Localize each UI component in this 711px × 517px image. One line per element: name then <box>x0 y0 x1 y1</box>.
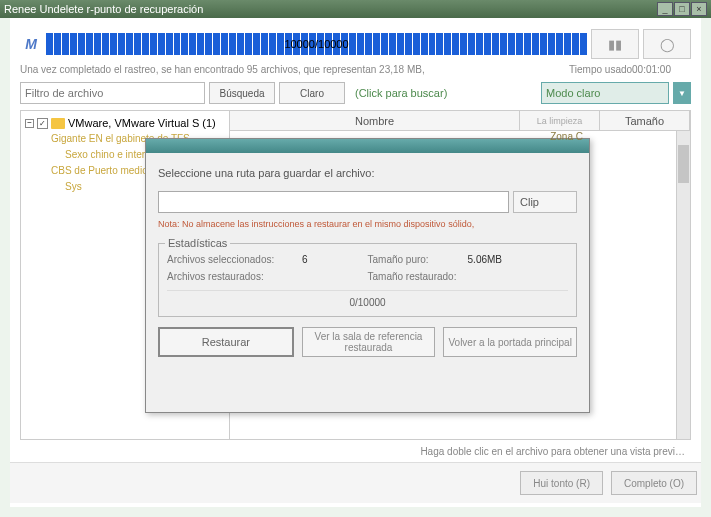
app-logo: M <box>20 31 42 57</box>
selected-label: Archivos seleccionados: <box>167 254 274 265</box>
scan-progressbar: 10000/10000 <box>46 33 587 55</box>
back-button[interactable]: Volver a la portada principal <box>443 327 577 357</box>
checkbox[interactable]: ✓ <box>37 118 48 129</box>
restore-progress: 0/10000 <box>167 290 568 308</box>
selected-value: 6 <box>302 254 308 265</box>
restored-label: Archivos restaurados: <box>167 271 368 282</box>
restore-button[interactable]: Restaurar <box>158 327 294 357</box>
folder-icon <box>51 118 65 129</box>
zone-label: Zona C <box>550 131 583 142</box>
maximize-button[interactable]: □ <box>674 2 690 16</box>
restored-size-label: Tamaño restaurado: <box>368 271 569 282</box>
footer-hint: Haga doble clic en el archivo para obten… <box>20 440 691 462</box>
stats-group: Estadísticas Archivos seleccionados: 6 T… <box>158 243 577 317</box>
stop-button[interactable]: ◯ <box>643 29 691 59</box>
col-cleanup[interactable]: La limpieza <box>520 111 600 130</box>
minimize-button[interactable]: _ <box>657 2 673 16</box>
col-size[interactable]: Tamaño <box>600 111 690 130</box>
progress-text: 10000/10000 <box>46 38 587 50</box>
scrollbar[interactable] <box>676 131 690 439</box>
hui-button[interactable]: Hui tonto (R) <box>520 471 603 495</box>
clear-button[interactable]: Claro <box>279 82 345 104</box>
pause-icon: ▮▮ <box>608 37 622 52</box>
search-hint: (Click para buscar) <box>355 87 537 99</box>
tree-root-label: VMware, VMware Virtual S (1) <box>68 117 216 129</box>
tree-root[interactable]: − ✓ VMware, VMware Virtual S (1) <box>25 115 225 131</box>
scrollbar-thumb[interactable] <box>678 145 689 183</box>
reference-button[interactable]: Ver la sala de referencia restaurada <box>302 327 436 357</box>
prompt-label: Seleccione una ruta para guardar el arch… <box>158 167 577 179</box>
scan-summary: Una vez completado el rastreo, se han en… <box>20 64 569 75</box>
size-label: Tamaño puro: <box>368 254 429 265</box>
size-value: 5.06MB <box>468 254 502 265</box>
stats-title: Estadísticas <box>165 237 230 249</box>
mode-select-arrow[interactable]: ▼ <box>673 82 691 104</box>
stop-icon: ◯ <box>660 37 675 52</box>
collapse-icon[interactable]: − <box>25 119 34 128</box>
mode-select[interactable]: Modo claro <box>541 82 669 104</box>
search-button[interactable]: Búsqueda <box>209 82 275 104</box>
window-title: Renee Undelete r-punto de recuperación <box>4 3 657 15</box>
complete-button[interactable]: Completo (O) <box>611 471 697 495</box>
close-button[interactable]: × <box>691 2 707 16</box>
titlebar: Renee Undelete r-punto de recuperación _… <box>0 0 711 18</box>
filter-input[interactable] <box>20 82 205 104</box>
time-used: Tiempo usado00:01:00 <box>569 64 691 75</box>
path-input[interactable] <box>158 191 509 213</box>
pause-button[interactable]: ▮▮ <box>591 29 639 59</box>
restore-dialog: Zona C Seleccione una ruta para guardar … <box>145 138 590 413</box>
clip-button[interactable]: Clip <box>513 191 577 213</box>
col-name[interactable]: Nombre <box>230 111 520 130</box>
warning-note: Nota: No almacene las instrucciones a re… <box>158 219 577 229</box>
